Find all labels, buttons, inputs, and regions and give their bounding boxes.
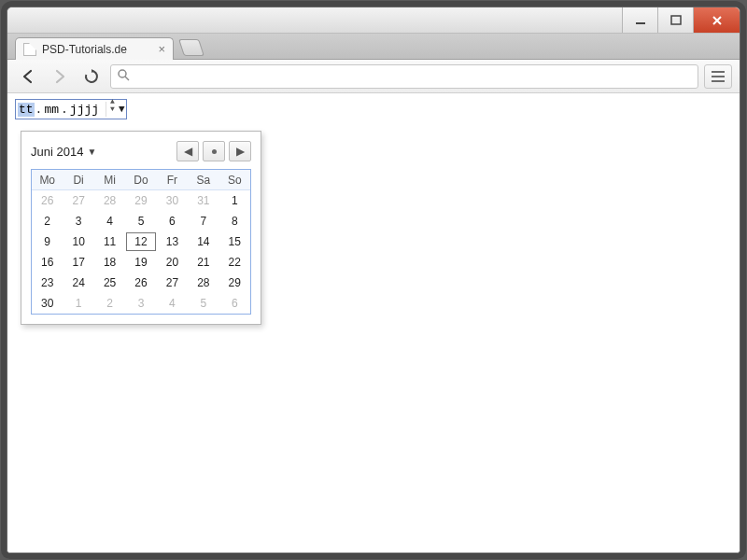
datepicker-today-button[interactable] [203, 141, 225, 161]
datepicker-day[interactable]: 12 [126, 232, 155, 251]
datepicker-day[interactable]: 28 [188, 273, 218, 293]
datepicker-weekday: So [219, 170, 250, 190]
datepicker-day[interactable]: 5 [125, 211, 156, 231]
tab-close-icon[interactable]: × [158, 42, 165, 56]
datepicker-grid: MoDiMiDoFrSaSo 2627282930311234567891011… [31, 169, 251, 315]
datepicker-day[interactable]: 27 [157, 273, 188, 293]
datepicker-day[interactable]: 26 [32, 190, 63, 211]
datepicker-day[interactable]: 31 [188, 190, 218, 211]
datepicker-day[interactable]: 10 [63, 231, 93, 252]
datepicker-day[interactable]: 3 [63, 211, 93, 231]
page-content: tt . mm . jjjj ▲ ▼ ▼ Juni 2014 ▼ ◀ ▶ [7, 93, 740, 553]
chevron-down-icon: ▼ [87, 147, 96, 157]
datepicker-day[interactable]: 23 [32, 273, 63, 293]
datepicker-day[interactable]: 1 [63, 293, 93, 314]
page-icon [23, 43, 36, 56]
datepicker-month-select[interactable]: Juni 2014 ▼ [31, 145, 96, 159]
svg-rect-0 [636, 22, 645, 24]
forward-button[interactable] [47, 64, 73, 89]
datepicker-nav: ◀ ▶ [176, 141, 251, 161]
browser-menu-button[interactable] [704, 64, 732, 89]
datepicker-day[interactable]: 15 [219, 231, 250, 252]
date-segment-day[interactable]: tt [18, 103, 35, 117]
datepicker-header: Juni 2014 ▼ ◀ ▶ [31, 141, 251, 161]
datepicker-day[interactable]: 3 [125, 293, 156, 314]
address-bar[interactable] [110, 64, 698, 89]
datepicker-day[interactable]: 24 [63, 273, 93, 293]
datepicker-week-row: 16171819202122 [32, 252, 250, 273]
datepicker-day[interactable]: 2 [32, 211, 63, 231]
svg-point-2 [119, 70, 126, 77]
datepicker-day[interactable]: 22 [219, 252, 250, 273]
new-tab-button[interactable] [178, 39, 204, 56]
svg-line-3 [125, 77, 129, 80]
datepicker-day[interactable]: 1 [219, 190, 250, 211]
datepicker-day[interactable]: 18 [94, 252, 125, 273]
datepicker-day[interactable]: 17 [63, 252, 93, 273]
window-titlebar [7, 7, 740, 34]
datepicker-day[interactable]: 14 [188, 231, 218, 252]
datepicker-day[interactable]: 21 [188, 252, 218, 273]
chevron-down-icon[interactable]: ▼ [110, 109, 115, 117]
datepicker-next-button[interactable]: ▶ [229, 141, 251, 161]
browser-window: PSD-Tutorials.de × tt . mm . jjjj [7, 7, 740, 553]
window-minimize-button[interactable] [622, 7, 657, 33]
datepicker-day[interactable]: 6 [157, 211, 188, 231]
datepicker-day[interactable]: 29 [125, 190, 156, 211]
datepicker-weekday: Fr [157, 170, 188, 190]
datepicker-weekday-row: MoDiMiDoFrSaSo [32, 170, 250, 190]
datepicker-popup: Juni 2014 ▼ ◀ ▶ MoDiMiDoFrSaSo 262728293… [21, 131, 261, 325]
datepicker-week-row: 2345678 [32, 211, 250, 231]
datepicker-weekday: Di [63, 170, 93, 190]
datepicker-day[interactable]: 25 [94, 273, 125, 293]
browser-tabstrip: PSD-Tutorials.de × [7, 34, 740, 60]
datepicker-day[interactable]: 30 [157, 190, 188, 211]
date-separator: . [60, 103, 69, 117]
datepicker-week-row: 30123456 [32, 293, 250, 314]
datepicker-day[interactable]: 30 [32, 293, 63, 314]
datepicker-day[interactable]: 13 [157, 231, 188, 252]
datepicker-day[interactable]: 6 [219, 293, 250, 314]
datepicker-day[interactable]: 7 [188, 211, 218, 231]
datepicker-week-row: 9101112131415 [32, 231, 250, 252]
datepicker-weekday: Do [125, 170, 156, 190]
datepicker-day[interactable]: 5 [188, 293, 218, 314]
back-button[interactable] [15, 64, 41, 89]
datepicker-day[interactable]: 29 [219, 273, 250, 293]
browser-tab-active[interactable]: PSD-Tutorials.de × [15, 37, 174, 60]
date-segment-year[interactable]: jjjj [69, 103, 100, 117]
datepicker-week-row: 23242526272829 [32, 273, 250, 293]
reload-button[interactable] [78, 64, 105, 89]
tab-title: PSD-Tutorials.de [42, 43, 152, 56]
datepicker-day[interactable]: 16 [32, 252, 63, 273]
datepicker-day[interactable]: 27 [63, 190, 93, 211]
datepicker-day[interactable]: 11 [94, 231, 125, 252]
date-spinner[interactable]: ▲ ▼ [106, 102, 115, 117]
datepicker-weekday: Mi [94, 170, 125, 190]
datepicker-day[interactable]: 9 [32, 231, 63, 252]
datepicker-day[interactable]: 4 [94, 211, 125, 231]
datepicker-day[interactable]: 4 [157, 293, 188, 314]
datepicker-day[interactable]: 8 [219, 211, 250, 231]
datepicker-prev-button[interactable]: ◀ [176, 141, 199, 161]
search-icon [117, 68, 130, 84]
date-separator: . [35, 103, 44, 117]
datepicker-week-row: 2627282930311 [32, 190, 250, 211]
date-input[interactable]: tt . mm . jjjj ▲ ▼ ▼ [15, 99, 127, 119]
svg-rect-1 [671, 16, 681, 24]
datepicker-month-label: Juni 2014 [31, 145, 83, 159]
window-close-button[interactable] [693, 7, 740, 33]
datepicker-day[interactable]: 20 [157, 252, 188, 273]
datepicker-weekday: Sa [188, 170, 218, 190]
browser-toolbar [7, 60, 740, 93]
datepicker-day[interactable]: 26 [125, 273, 156, 293]
date-segment-month[interactable]: mm [43, 103, 60, 117]
window-maximize-button[interactable] [657, 7, 693, 33]
datepicker-day[interactable]: 2 [94, 293, 125, 314]
datepicker-day[interactable]: 19 [125, 252, 156, 273]
datepicker-toggle-icon[interactable]: ▼ [119, 104, 125, 115]
datepicker-day[interactable]: 28 [94, 190, 125, 211]
datepicker-weekday: Mo [32, 170, 63, 190]
